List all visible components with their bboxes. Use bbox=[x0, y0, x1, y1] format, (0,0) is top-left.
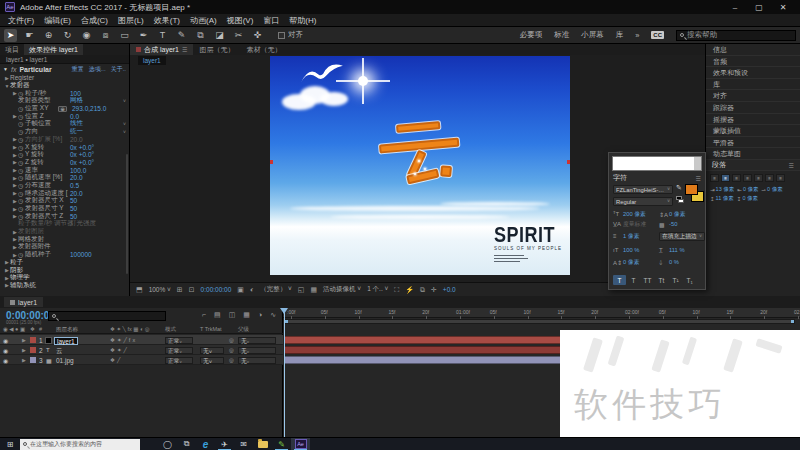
menu-item[interactable]: 动画(A) bbox=[190, 15, 217, 26]
start-button[interactable]: ⊞ bbox=[0, 440, 20, 449]
effect-property-row[interactable]: ▶Register bbox=[0, 74, 129, 82]
justify-last-right-button[interactable]: ≡ bbox=[765, 174, 774, 182]
pan-behind-tool[interactable]: ⧈ bbox=[99, 29, 112, 42]
timeline-search-input[interactable] bbox=[48, 311, 166, 321]
indent-left-field[interactable]: ⇥13 像素 bbox=[710, 186, 734, 193]
align-left-button[interactable]: ≡ bbox=[710, 174, 719, 182]
hand-tool[interactable]: ☛ bbox=[23, 29, 36, 42]
property-value[interactable]: 0.5 bbox=[70, 182, 79, 189]
effect-property-row[interactable]: ▶◷Y 旋转0x +0.0° bbox=[0, 151, 129, 159]
faux-style-button[interactable]: T bbox=[613, 275, 626, 285]
stopwatch-icon[interactable]: ◷ bbox=[18, 167, 25, 174]
parent-pickwhip-icon[interactable]: ◎ bbox=[229, 347, 234, 353]
visibility-eye-icon[interactable]: ◉ bbox=[3, 357, 8, 364]
puppet-tool[interactable]: ✜ bbox=[251, 29, 264, 42]
scrollbar[interactable] bbox=[126, 154, 128, 274]
stopwatch-icon[interactable]: ◷ bbox=[18, 213, 25, 220]
faux-style-button[interactable]: T₁ bbox=[683, 275, 696, 285]
layer-switches[interactable]: ❖✦╱ bbox=[110, 347, 129, 353]
panel-menu-icon[interactable]: ☰ bbox=[182, 46, 187, 53]
workspace-overflow-button[interactable]: » bbox=[635, 31, 639, 40]
app-editor-icon[interactable]: ✎ bbox=[272, 438, 291, 450]
menu-item[interactable]: 效果(T) bbox=[154, 15, 180, 26]
horizontal-scale-value[interactable]: 111 % bbox=[669, 247, 685, 253]
rotation-tool[interactable]: ↻ bbox=[61, 29, 74, 42]
property-value[interactable]: 20.0 bbox=[70, 174, 83, 181]
panel-tab[interactable]: 项目 bbox=[0, 44, 24, 55]
cortana-icon[interactable]: ◯ bbox=[158, 438, 177, 450]
faux-style-button[interactable]: TT bbox=[641, 275, 654, 285]
dock-tab[interactable]: 平滑器 bbox=[706, 137, 800, 149]
stopwatch-icon[interactable]: ◷ bbox=[18, 159, 25, 166]
zoom-tool[interactable]: ⊕ bbox=[42, 29, 55, 42]
draft-3d-icon[interactable]: ▤ bbox=[214, 311, 221, 319]
property-value[interactable]: 100.0 bbox=[70, 167, 86, 174]
workspace-tab[interactable]: 标准 bbox=[554, 30, 569, 40]
font-style-dropdown[interactable]: Regular˅ bbox=[613, 197, 673, 206]
roi-icon[interactable]: ◱ bbox=[298, 286, 305, 294]
stopwatch-icon[interactable]: ◷ bbox=[18, 182, 25, 189]
font-search-input[interactable] bbox=[612, 156, 702, 171]
visibility-eye-icon[interactable]: ◉ bbox=[3, 337, 8, 344]
composition-subtab[interactable]: layer1 bbox=[138, 56, 166, 65]
maximize-button[interactable]: ▢ bbox=[747, 3, 771, 12]
tracking-value[interactable]: -50 bbox=[669, 221, 677, 227]
cloud-glyph-text-layer[interactable] bbox=[376, 118, 466, 204]
trkmat-dropdown[interactable]: 无˅ bbox=[200, 357, 224, 364]
flowchart-icon[interactable]: ⧉ bbox=[420, 286, 425, 294]
property-value[interactable]: 0x +0.0° bbox=[70, 159, 94, 166]
zoom-level-dropdown[interactable]: 100% ˅ bbox=[149, 286, 171, 293]
camera-tool[interactable]: ◉ bbox=[80, 29, 93, 42]
effect-property-row[interactable]: ▶◷X 旋转0x +0.0° bbox=[0, 143, 129, 151]
blend-mode-dropdown[interactable]: 正常˅ bbox=[165, 347, 193, 354]
parent-dropdown[interactable]: 无˅ bbox=[238, 337, 276, 344]
motion-blur-icon[interactable]: ◑ bbox=[258, 311, 262, 319]
effect-property-row[interactable]: ◷方向统一˅ bbox=[0, 128, 129, 136]
property-value[interactable]: 统一 bbox=[70, 128, 83, 136]
layer-expand-icon[interactable]: ▶ bbox=[22, 357, 26, 363]
composition-canvas[interactable]: SPIRIT SOULS OF MY PEOPLE bbox=[270, 56, 570, 275]
property-value[interactable]: 网格 bbox=[70, 97, 83, 105]
timeline-tab[interactable]: layer1 bbox=[4, 297, 43, 307]
dock-tab[interactable]: 跟踪器 bbox=[706, 102, 800, 114]
app-chat-icon[interactable]: ✉ bbox=[234, 438, 253, 450]
baseline-shift-value[interactable]: 0 像素 bbox=[623, 258, 639, 267]
parent-dropdown[interactable]: 无˅ bbox=[238, 347, 276, 354]
grid-guides-icon[interactable]: ⊞ bbox=[177, 286, 183, 294]
dock-tab[interactable]: 信息 bbox=[706, 44, 800, 56]
property-value[interactable]: 线性 bbox=[70, 120, 83, 128]
snapshot-icon[interactable]: ▣ bbox=[237, 286, 244, 294]
blend-mode-dropdown[interactable]: 正常˅ bbox=[165, 357, 193, 364]
property-value[interactable]: 293.0,215.0 bbox=[72, 105, 106, 112]
parent-pickwhip-icon[interactable]: ◎ bbox=[229, 337, 234, 343]
font-family-dropdown[interactable]: FZLanTingHeiS-…˅ bbox=[613, 185, 673, 194]
dock-tab[interactable]: 摇摆器 bbox=[706, 114, 800, 126]
roto-brush-tool[interactable]: ✂ bbox=[232, 29, 245, 42]
effect-property-row[interactable]: ▶◷速率100.0 bbox=[0, 166, 129, 174]
effect-property-row[interactable]: 粒子数量/秒 调节器灯光强度 bbox=[0, 220, 129, 228]
effect-link[interactable]: 关于.. bbox=[111, 65, 126, 74]
view-layout-dropdown[interactable]: 1 个.. ˅ bbox=[367, 285, 388, 294]
layer-switches[interactable]: ❖✦╱fx bbox=[110, 337, 137, 343]
faux-style-button[interactable]: T bbox=[627, 275, 640, 285]
stopwatch-icon[interactable]: ◷ bbox=[18, 151, 25, 158]
type-tool[interactable]: T bbox=[156, 29, 169, 42]
effect-property-row[interactable]: ▶◷继承运动速度 [20.0 bbox=[0, 189, 129, 197]
effect-property-row[interactable]: ▶◷方向扩展 [%]20.0 bbox=[0, 136, 129, 144]
panel-tab[interactable]: 效果控件 layer1 bbox=[24, 44, 83, 55]
dock-tab[interactable]: 效果和预设 bbox=[706, 67, 800, 79]
layer-expand-icon[interactable]: ▶ bbox=[22, 337, 26, 343]
space-after-field[interactable]: ↧0 像素 bbox=[737, 195, 758, 202]
menu-item[interactable]: 合成(C) bbox=[81, 15, 108, 26]
effect-property-row[interactable]: ▶辅助系统 bbox=[0, 282, 129, 290]
graph-editor-icon[interactable]: ∿ bbox=[270, 311, 276, 319]
after-effects-icon[interactable]: Ae bbox=[291, 438, 310, 450]
space-before-field[interactable]: ↥11 像素 bbox=[710, 195, 734, 202]
menu-item[interactable]: 图层(L) bbox=[118, 15, 144, 26]
property-value[interactable]: 50 bbox=[70, 205, 77, 212]
faux-style-button[interactable]: Tt bbox=[655, 275, 668, 285]
channels-icon[interactable]: ◐ bbox=[250, 286, 254, 293]
layer-expand-icon[interactable]: ▶ bbox=[22, 347, 26, 353]
layer-name-editbox[interactable]: layer1 bbox=[54, 337, 78, 345]
effect-property-row[interactable]: ▶◷随机速率 [%]20.0 bbox=[0, 174, 129, 182]
